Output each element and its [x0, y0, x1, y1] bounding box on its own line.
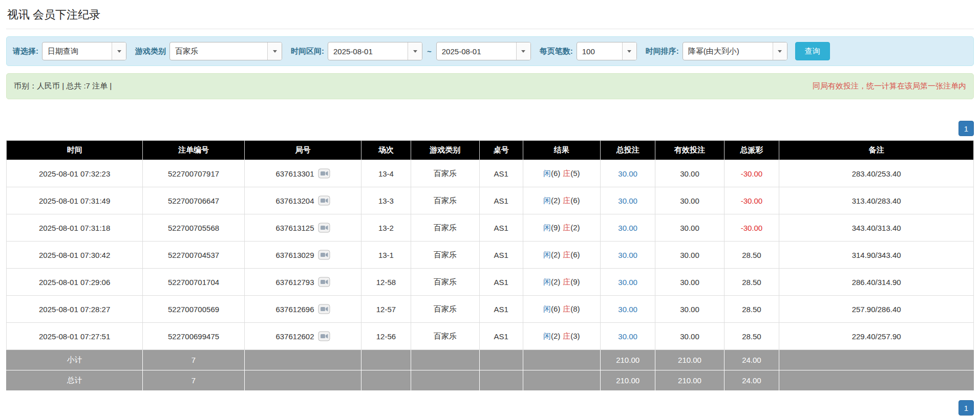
round-cell: 637613204 [244, 187, 361, 214]
grand-total-label: 总计 [7, 370, 143, 391]
date-from-select[interactable]: 2025-08-01 [328, 42, 422, 60]
note-cell: 313.40/283.40 [779, 187, 974, 214]
date-to-select[interactable]: 2025-08-01 [436, 42, 531, 60]
bet-no-cell: 522700699475 [143, 323, 244, 350]
header-bet-no: 注单编号 [143, 141, 244, 160]
header-time: 时间 [7, 141, 143, 160]
round-no: 637612696 [275, 305, 314, 314]
result-cell: 闲(2)庄(6) [523, 242, 600, 269]
header-note: 备注 [779, 141, 974, 160]
chevron-down-icon[interactable] [622, 42, 636, 60]
result-banker-value: (3) [570, 332, 580, 340]
time-cell: 2025-08-01 07:31:18 [7, 214, 143, 242]
time-cell: 2025-08-01 07:29:06 [7, 269, 143, 296]
page-button-1[interactable]: 1 [958, 400, 974, 415]
video-replay-icon[interactable] [318, 250, 330, 260]
game-type-value: 百家乐 [170, 42, 267, 60]
table-header-row: 时间 注单编号 局号 场次 游戏类别 桌号 结果 总投注 有效投注 总派彩 备注 [7, 141, 974, 160]
result-player-label: 闲 [543, 304, 551, 313]
result-banker-label: 庄 [563, 196, 570, 205]
video-replay-icon[interactable] [318, 277, 330, 287]
subtotal-count: 7 [143, 350, 244, 370]
header-valid-bet: 有效投注 [655, 141, 724, 160]
time-cell: 2025-08-01 07:32:23 [7, 160, 143, 187]
page-size-label: 每页笔数: [540, 47, 573, 56]
session-cell: 12-57 [361, 296, 411, 323]
video-replay-icon[interactable] [318, 195, 330, 206]
result-banker-value: (6) [570, 250, 580, 259]
result-player-value: (2) [551, 196, 560, 205]
result-player-value: (2) [551, 332, 560, 340]
video-replay-icon[interactable] [318, 223, 330, 233]
query-type-label: 请选择: [13, 47, 38, 56]
game-type-label: 游戏类别 [135, 47, 166, 56]
table-row: 2025-08-01 07:32:23 522700707917 6376133… [7, 160, 974, 187]
total-bet-link[interactable]: 30.00 [618, 251, 637, 259]
note-cell: 283.40/253.40 [779, 160, 974, 187]
page-container: 视讯 会员下注纪录 请选择: 日期查询 游戏类别 百家乐 时间区间: 2025-… [0, 0, 980, 415]
chevron-down-icon[interactable] [408, 42, 422, 60]
video-replay-icon[interactable] [318, 168, 330, 179]
result-player-label: 闲 [543, 196, 551, 205]
result-banker-label: 庄 [563, 304, 570, 313]
result-cell: 闲(6)庄(5) [523, 160, 600, 187]
bet-records-table: 时间 注单编号 局号 场次 游戏类别 桌号 结果 总投注 有效投注 总派彩 备注… [6, 140, 974, 391]
page-size-select[interactable]: 100 [577, 42, 637, 60]
chevron-down-icon[interactable] [773, 42, 787, 60]
result-player-value: (6) [551, 169, 560, 178]
chevron-down-icon[interactable] [112, 42, 126, 60]
table-no-cell: AS1 [479, 160, 523, 187]
query-type-select[interactable]: 日期查询 [42, 42, 126, 60]
total-bet-link[interactable]: 30.00 [618, 332, 637, 341]
valid-bet-cell: 30.00 [655, 242, 724, 269]
video-replay-icon[interactable] [318, 304, 330, 314]
result-cell: 闲(9)庄(2) [523, 214, 600, 242]
result-player-label: 闲 [543, 332, 551, 340]
query-type-value: 日期查询 [42, 42, 112, 60]
table-row: 2025-08-01 07:31:49 522700706647 6376132… [7, 187, 974, 214]
note-cell: 286.40/314.90 [779, 269, 974, 296]
total-bet-link[interactable]: 30.00 [618, 278, 637, 287]
time-cell: 2025-08-01 07:27:51 [7, 323, 143, 350]
session-cell: 12-58 [361, 269, 411, 296]
game-cell: 百家乐 [411, 214, 479, 242]
session-cell: 13-2 [361, 214, 411, 242]
payout-cell: -30.00 [724, 214, 779, 242]
payout-cell: -30.00 [724, 160, 779, 187]
total-bet-link[interactable]: 30.00 [618, 224, 637, 232]
time-range-label: 时间区间: [291, 47, 324, 56]
chevron-down-icon[interactable] [516, 42, 530, 60]
chevron-down-icon[interactable] [267, 42, 282, 60]
table-row: 2025-08-01 07:28:27 522700700569 6376126… [7, 296, 974, 323]
subtotal-payout: 24.00 [724, 350, 779, 370]
game-type-select[interactable]: 百家乐 [169, 42, 282, 60]
table-row: 2025-08-01 07:31:18 522700705568 6376131… [7, 214, 974, 242]
table-no-cell: AS1 [479, 269, 523, 296]
pagination-top: 1 [6, 121, 974, 136]
bet-no-cell: 522700707917 [143, 160, 244, 187]
total-bet-link[interactable]: 30.00 [618, 196, 637, 205]
payout-cell: -30.00 [724, 187, 779, 214]
result-cell: 闲(2)庄(9) [523, 269, 600, 296]
time-sort-select[interactable]: 降幂(由大到小) [683, 42, 787, 60]
search-button[interactable]: 查询 [795, 42, 830, 60]
header-total-bet: 总投注 [600, 141, 655, 160]
table-row: 2025-08-01 07:30:42 522700704537 6376130… [7, 242, 974, 269]
table-no-cell: AS1 [479, 242, 523, 269]
table-row: 2025-08-01 07:27:51 522700699475 6376126… [7, 323, 974, 350]
game-cell: 百家乐 [411, 187, 479, 214]
grand-total-total-bet: 210.00 [600, 370, 655, 391]
result-player-label: 闲 [543, 223, 551, 232]
grand-total-payout: 24.00 [724, 370, 779, 391]
total-bet-link[interactable]: 30.00 [618, 305, 637, 314]
time-cell: 2025-08-01 07:28:27 [7, 296, 143, 323]
total-bet-link[interactable]: 30.00 [618, 169, 637, 178]
table-no-cell: AS1 [479, 296, 523, 323]
game-cell: 百家乐 [411, 323, 479, 350]
page-button-1[interactable]: 1 [958, 121, 974, 136]
table-no-cell: AS1 [479, 323, 523, 350]
valid-bet-cell: 30.00 [655, 323, 724, 350]
round-no: 637613301 [275, 169, 314, 178]
bet-no-cell: 522700705568 [143, 214, 244, 242]
video-replay-icon[interactable] [318, 331, 330, 341]
